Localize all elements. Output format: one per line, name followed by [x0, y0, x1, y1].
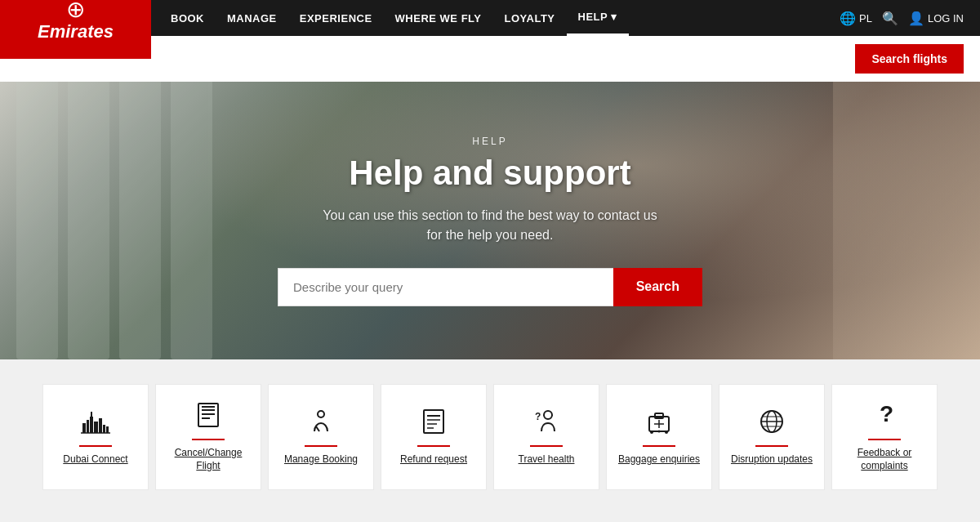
card-divider	[755, 445, 788, 447]
card-baggage-enquiries[interactable]: Baggage enquiries	[606, 384, 712, 490]
card-disruption-updates-label: Disruption updates	[731, 453, 813, 466]
svg-rect-6	[103, 425, 105, 433]
card-disruption-updates[interactable]: Disruption updates	[719, 384, 825, 490]
card-cancel-change[interactable]: Cancel/Change Flight	[155, 384, 261, 490]
svg-line-15	[316, 426, 319, 431]
card-feedback-complaints[interactable]: ? Feedback or complaints	[831, 384, 938, 490]
card-divider	[530, 445, 563, 447]
refund-request-icon	[421, 408, 447, 439]
hero-right-window	[833, 82, 980, 359]
card-dubai-connect[interactable]: Dubai Connect	[42, 384, 149, 490]
svg-rect-0	[82, 423, 86, 433]
help-search-bar: Search	[278, 268, 702, 306]
baggage-enquiries-icon	[644, 408, 674, 439]
svg-rect-16	[424, 410, 443, 433]
login-button[interactable]: 👤 LOG IN	[908, 11, 964, 26]
card-cancel-change-label: Cancel/Change Flight	[164, 447, 252, 472]
card-refund-request[interactable]: Refund request	[381, 384, 487, 490]
logo-text: Emirates	[38, 23, 114, 41]
svg-rect-7	[106, 426, 109, 433]
help-cards-row: Dubai Connect Cancel/Change Flight	[16, 384, 964, 490]
card-travel-health[interactable]: ? Travel health	[493, 384, 599, 490]
nav-right: 🌐 PL 🔍 👤 LOG IN	[840, 11, 980, 26]
search-nav-button[interactable]: 🔍	[882, 11, 898, 26]
help-search-button[interactable]: Search	[613, 268, 702, 306]
hero-label: HELP	[278, 136, 702, 147]
svg-rect-4	[94, 422, 98, 433]
card-manage-booking[interactable]: Manage Booking	[268, 384, 374, 490]
hero-title: Help and support	[278, 154, 702, 193]
nav-loyalty[interactable]: LOYALTY	[493, 0, 567, 36]
globe-icon: 🌐	[840, 11, 856, 26]
svg-point-26	[650, 431, 653, 434]
nav-links: BOOK MANAGE EXPERIENCE WHERE WE FLY LOYA…	[151, 0, 840, 36]
feedback-complaints-icon: ?	[871, 402, 898, 432]
card-baggage-enquiries-label: Baggage enquiries	[618, 453, 700, 466]
login-label: LOG IN	[928, 12, 964, 25]
help-search-input[interactable]	[278, 268, 613, 306]
card-refund-request-label: Refund request	[400, 453, 467, 466]
svg-rect-2	[90, 417, 93, 433]
svg-point-21	[544, 411, 552, 419]
card-divider	[79, 445, 112, 447]
card-travel-health-label: Travel health	[519, 453, 575, 466]
card-feedback-complaints-label: Feedback or complaints	[840, 447, 929, 472]
search-flights-button[interactable]: Search flights	[855, 44, 964, 74]
card-divider	[868, 439, 901, 440]
hero-columns-decoration	[0, 82, 229, 359]
emirates-logo[interactable]: ⊕ Emirates	[0, 0, 151, 59]
svg-point-27	[665, 431, 668, 434]
card-divider	[305, 445, 337, 447]
dubai-connect-icon	[81, 408, 110, 439]
svg-text:?: ?	[535, 411, 541, 422]
card-divider	[192, 439, 225, 440]
travel-health-icon: ?	[532, 408, 561, 439]
manage-booking-icon	[308, 408, 334, 439]
hero-content: HELP Help and support You can use this s…	[278, 136, 702, 306]
card-divider	[643, 445, 675, 447]
svg-point-14	[318, 411, 324, 417]
nav-experience[interactable]: EXPERIENCE	[288, 0, 384, 36]
card-divider	[417, 445, 450, 447]
hero-section: HELP Help and support You can use this s…	[0, 82, 980, 359]
cancel-change-icon	[195, 402, 221, 432]
logo-symbol: ⊕	[38, 0, 114, 23]
svg-text:?: ?	[880, 402, 893, 426]
language-label: PL	[859, 12, 872, 25]
hero-subtitle: You can use this section to find the bes…	[278, 206, 702, 245]
nav-help[interactable]: HELP ▾	[567, 0, 629, 36]
user-icon: 👤	[908, 11, 924, 26]
card-dubai-connect-label: Dubai Connect	[63, 453, 127, 466]
card-manage-booking-label: Manage Booking	[284, 453, 358, 466]
svg-rect-1	[87, 420, 89, 433]
svg-rect-5	[99, 418, 102, 433]
nav-where-we-fly[interactable]: WHERE WE FLY	[384, 0, 493, 36]
help-cards-section: Dubai Connect Cancel/Change Flight	[0, 359, 980, 515]
language-selector[interactable]: 🌐 PL	[840, 11, 872, 26]
nav-book[interactable]: BOOK	[159, 0, 216, 36]
search-nav-icon: 🔍	[882, 11, 898, 26]
svg-rect-3	[91, 412, 92, 417]
nav-manage[interactable]: MANAGE	[216, 0, 288, 36]
disruption-updates-icon	[759, 408, 785, 439]
